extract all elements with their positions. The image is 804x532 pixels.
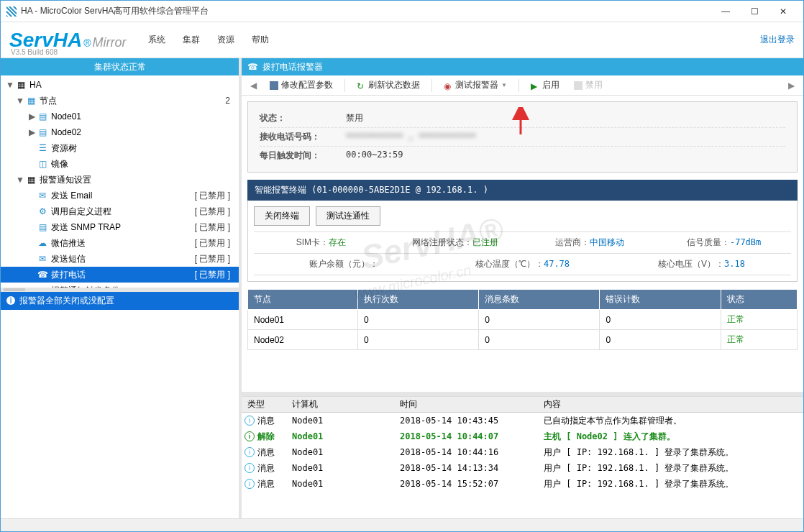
play-icon: ▶ bbox=[531, 81, 539, 90]
minimize-button[interactable]: — bbox=[711, 1, 740, 22]
app-icon bbox=[6, 6, 17, 17]
tree-alarm-wechat[interactable]: ☁微信推送[ 已禁用 ] bbox=[1, 235, 239, 251]
table-row[interactable]: Node01000正常 bbox=[248, 310, 798, 330]
balance-cell: 账户余额（元）： bbox=[254, 254, 433, 275]
time-label: 每日触发时间： bbox=[260, 150, 346, 162]
info-icon: i bbox=[6, 296, 15, 305]
info-icon: i bbox=[245, 431, 255, 441]
operator-cell: 运营商：中国移动 bbox=[523, 232, 657, 253]
tree-resource[interactable]: ☰资源树 bbox=[1, 140, 239, 156]
mirror-icon: ◫ bbox=[37, 158, 48, 170]
maximize-button[interactable]: ☐ bbox=[740, 1, 769, 22]
snmp-icon: ▤ bbox=[37, 221, 48, 233]
col-state: 状态 bbox=[721, 290, 797, 310]
tree-node01[interactable]: ▶▤Node01 bbox=[1, 109, 239, 124]
tree[interactable]: ▼▦HA ▼▦节点2 ▶▤Node01 ▶▤Node02 ☰资源树 ◫镜像 ▼▦… bbox=[1, 75, 239, 288]
log-header: 类型 计算机 时间 内容 bbox=[242, 397, 803, 413]
basic-info-box: 状态：禁用 接收电话号码：••••••••••• , ••••••••••• 每… bbox=[247, 101, 798, 173]
statusbar bbox=[1, 518, 803, 531]
col-msg: 消息条数 bbox=[479, 290, 600, 310]
terminal-body: 关闭终端 测试连通性 SIM卡：存在 网络注册状态：已注册 运营商：中国移动 信… bbox=[247, 201, 798, 282]
log-row[interactable]: i解除Node012018-05-14 10:44:07主机 [ Node02 … bbox=[242, 428, 803, 444]
net-cell: 网络注册状态：已注册 bbox=[388, 232, 523, 253]
stop-icon bbox=[574, 81, 583, 90]
test-icon: ◉ bbox=[444, 81, 452, 90]
phone-label: 接收电话号码： bbox=[260, 131, 346, 143]
disable-button: 禁用 bbox=[568, 78, 608, 93]
temp-cell: 核心温度（℃）：47.78 bbox=[433, 254, 612, 275]
menu-system[interactable]: 系统 bbox=[148, 34, 165, 46]
log-row[interactable]: i消息Node012018-05-14 14:13:34用户 [ IP: 192… bbox=[242, 460, 803, 476]
titlebar: HA - MicroColor ServHA高可用软件综合管理平台 — ☐ ✕ bbox=[1, 1, 803, 22]
col-err: 错误计数 bbox=[600, 290, 721, 310]
phone-value: ••••••••••• , ••••••••••• bbox=[346, 131, 785, 143]
tree-alarm-group[interactable]: ▼▦报警通知设置 bbox=[1, 172, 239, 188]
info-icon: i bbox=[245, 479, 255, 489]
window-title: HA - MicroColor ServHA高可用软件综合管理平台 bbox=[21, 5, 711, 17]
cluster-icon: ▦ bbox=[15, 79, 27, 91]
tree-mirror[interactable]: ◫镜像 bbox=[1, 156, 239, 172]
volt-cell: 核心电压（V）：3.18 bbox=[612, 254, 791, 275]
terminal-header: 智能报警终端 (01-000000-5ABE2D1E @ 192.168.1. … bbox=[247, 180, 798, 201]
state-label: 状态： bbox=[260, 112, 346, 124]
test-alarm-button[interactable]: ◉测试报警器▼ bbox=[438, 78, 513, 93]
node-icon: ▤ bbox=[37, 127, 48, 138]
logo-sub: Mirror bbox=[93, 35, 127, 50]
scroll-left-icon[interactable]: ◀ bbox=[246, 81, 261, 91]
tree-nodes-group[interactable]: ▼▦节点2 bbox=[1, 93, 239, 109]
menu-cluster[interactable]: 集群 bbox=[183, 34, 200, 46]
log-row[interactable]: i消息Node012018-05-14 15:52:07用户 [ IP: 192… bbox=[242, 476, 803, 492]
email-icon: ✉ bbox=[37, 190, 48, 201]
sms-icon: ✉ bbox=[37, 253, 48, 265]
wechat-icon: ☁ bbox=[37, 237, 48, 249]
alarm-group-icon: ▦ bbox=[25, 174, 37, 185]
log-area: 类型 计算机 时间 内容 i消息Node012018-05-14 10:43:4… bbox=[242, 396, 803, 518]
log-row[interactable]: i消息Node012018-05-14 10:44:16用户 [ IP: 192… bbox=[242, 444, 803, 460]
right-panel-title: ☎ 拨打电话报警器 bbox=[242, 58, 803, 75]
tree-alarm-email[interactable]: ✉发送 Email[ 已禁用 ] bbox=[1, 188, 239, 203]
log-row[interactable]: i消息Node012018-05-14 10:43:45已自动指定本节点作为集群… bbox=[242, 413, 803, 428]
close-terminal-button[interactable]: 关闭终端 bbox=[254, 206, 310, 226]
node-icon: ▤ bbox=[37, 111, 48, 122]
close-button[interactable]: ✕ bbox=[769, 1, 798, 22]
menu-help[interactable]: 帮助 bbox=[252, 34, 269, 46]
node-table: 节点 执行次数 消息条数 错误计数 状态 Node01000正常 Node020… bbox=[247, 289, 798, 350]
header: ServHA® Mirror 系统 集群 资源 帮助 退出登录 V3.5 Bui… bbox=[1, 22, 803, 58]
version-label: V3.5 Build 608 bbox=[11, 48, 58, 56]
sim-cell: SIM卡：存在 bbox=[254, 232, 388, 253]
col-exec: 执行次数 bbox=[357, 290, 478, 310]
alarm-status-box: i 报警器全部关闭或没配置 bbox=[1, 292, 239, 310]
info-icon: i bbox=[245, 463, 255, 473]
menu-resource[interactable]: 资源 bbox=[217, 34, 234, 46]
alarm-status-text: 报警器全部关闭或没配置 bbox=[19, 295, 114, 307]
test-conn-button[interactable]: 测试连通性 bbox=[316, 206, 380, 226]
refresh-icon: ↻ bbox=[357, 81, 365, 90]
chevron-down-icon: ▼ bbox=[501, 82, 507, 88]
modify-config-button[interactable]: 修改配置参数 bbox=[264, 78, 339, 93]
state-value: 禁用 bbox=[346, 112, 785, 124]
tree-alarm-snmp[interactable]: ▤发送 SNMP TRAP[ 已禁用 ] bbox=[1, 219, 239, 235]
logout-link[interactable]: 退出登录 bbox=[760, 34, 795, 46]
tree-node02[interactable]: ▶▤Node02 bbox=[1, 124, 239, 140]
logo-reg: ® bbox=[83, 37, 91, 49]
tree-root[interactable]: ▼▦HA bbox=[1, 77, 239, 93]
info-icon: i bbox=[245, 447, 255, 457]
content-area: 状态：禁用 接收电话号码：••••••••••• , ••••••••••• 每… bbox=[242, 96, 803, 392]
phone-icon: ☎ bbox=[247, 62, 258, 72]
refresh-button[interactable]: ↻刷新状态数据 bbox=[351, 78, 426, 93]
gear-icon: ⚙ bbox=[37, 206, 48, 217]
edit-icon bbox=[270, 81, 278, 90]
table-row[interactable]: Node02000正常 bbox=[248, 330, 798, 350]
toolbar: ◀ 修改配置参数 ↻刷新状态数据 ◉测试报警器▼ ▶启用 禁用 ▶ bbox=[242, 75, 803, 96]
signal-cell: 信号质量：-77dBm bbox=[657, 232, 791, 253]
cluster-status-header: 集群状态正常 bbox=[1, 58, 239, 75]
time-value: 00:00~23:59 bbox=[346, 150, 785, 162]
phone-icon: ☎ bbox=[37, 269, 48, 280]
tree-alarm-custom[interactable]: ⚙调用自定义进程[ 已禁用 ] bbox=[1, 203, 239, 219]
scroll-right-icon[interactable]: ▶ bbox=[784, 81, 799, 91]
tree-alarm-sms[interactable]: ✉发送短信[ 已禁用 ] bbox=[1, 251, 239, 267]
tree-alarm-phone[interactable]: ☎拨打电话[ 已禁用 ] bbox=[1, 267, 239, 283]
info-icon: i bbox=[245, 416, 255, 426]
enable-button[interactable]: ▶启用 bbox=[525, 78, 565, 93]
menubar: 系统 集群 资源 帮助 bbox=[148, 34, 269, 46]
